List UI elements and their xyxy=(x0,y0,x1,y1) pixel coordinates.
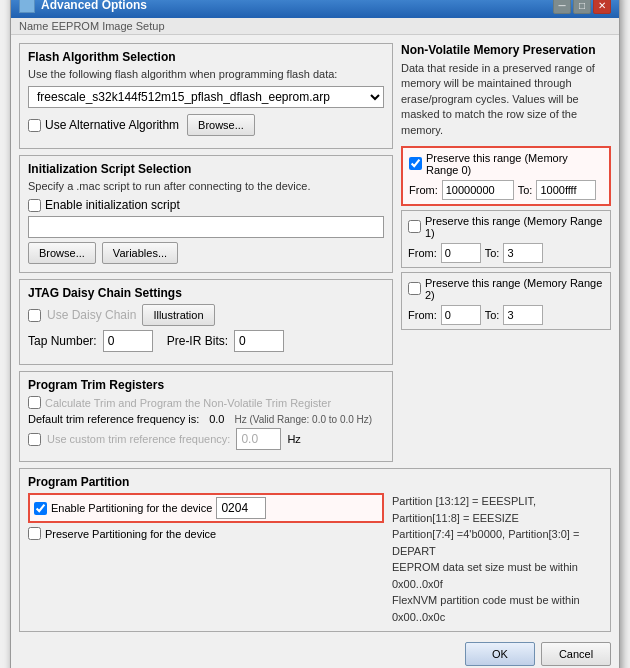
flash-algo-title: Flash Algorithm Selection xyxy=(28,50,384,64)
range2-to-label: To: xyxy=(485,309,500,321)
enable-partition-checkbox[interactable] xyxy=(34,502,47,515)
preserve-partition-label: Preserve Partitioning for the device xyxy=(45,528,216,540)
partition-info-line-1: Partition[7:4] =4'b0000, Partition[3:0] … xyxy=(392,526,602,559)
cancel-button[interactable]: Cancel xyxy=(541,642,611,666)
pre-ir-input[interactable] xyxy=(234,330,284,352)
use-alt-algo-checkbox[interactable] xyxy=(28,119,41,132)
partition-right: Partition [13:12] = EEESPLIT, Partition[… xyxy=(392,493,602,625)
jtag-daisy-row: Use Daisy Chain Illustration xyxy=(28,304,384,326)
range0-checkbox[interactable] xyxy=(409,157,422,170)
default-freq-label: Default trim reference frequency is: xyxy=(28,413,199,425)
hz-label2: Hz xyxy=(287,433,300,445)
enable-partition-row: Enable Partitioning for the device xyxy=(28,493,384,523)
program-partition-section: Program Partition Enable Partitioning fo… xyxy=(19,468,611,632)
range1-checkbox-row: Preserve this range (Memory Range 1) xyxy=(408,215,604,239)
bottom-buttons: OK Cancel xyxy=(19,638,611,668)
nvm-title: Non-Volatile Memory Preservation xyxy=(401,43,611,57)
partition-info-line-2: EEPROM data set size must be within 0x00… xyxy=(392,559,602,592)
default-freq-value: 0.0 xyxy=(209,413,224,425)
init-script-title: Initialization Script Selection xyxy=(28,162,384,176)
use-alt-algo-label: Use Alternative Algorithm xyxy=(45,118,179,132)
advanced-options-window: Advanced Options ─ □ ✕ Name EEPROM Image… xyxy=(10,0,620,668)
program-trim-section: Program Trim Registers Calculate Trim an… xyxy=(19,371,393,462)
range1-to-label: To: xyxy=(485,247,500,259)
range0-from-label: From: xyxy=(409,184,438,196)
range1-from-input[interactable] xyxy=(441,243,481,263)
range2-from-input[interactable] xyxy=(441,305,481,325)
title-bar: Advanced Options ─ □ ✕ xyxy=(11,0,619,18)
breadcrumb-text: Name EEPROM Image Setup xyxy=(19,20,165,32)
memory-range-2-box: Preserve this range (Memory Range 2) Fro… xyxy=(401,272,611,330)
jtag-title: JTAG Daisy Chain Settings xyxy=(28,286,384,300)
calc-trim-label: Calculate Trim and Program the Non-Volat… xyxy=(45,397,331,409)
title-bar-controls: ─ □ ✕ xyxy=(553,0,611,14)
range0-to-label: To: xyxy=(518,184,533,196)
use-daisy-chain-checkbox[interactable] xyxy=(28,309,41,322)
partition-content: Enable Partitioning for the device Prese… xyxy=(28,493,602,625)
illustration-button[interactable]: Illustration xyxy=(142,304,214,326)
range0-from-to: From: To: xyxy=(409,180,603,200)
window-body: Flash Algorithm Selection Use the follow… xyxy=(11,35,619,668)
left-panel: Flash Algorithm Selection Use the follow… xyxy=(19,43,393,462)
use-custom-freq-checkbox[interactable] xyxy=(28,433,41,446)
pre-ir-label: Pre-IR Bits: xyxy=(167,334,228,348)
range0-to-input[interactable] xyxy=(536,180,596,200)
init-script-path-input[interactable] xyxy=(28,216,384,238)
flash-algorithm-section: Flash Algorithm Selection Use the follow… xyxy=(19,43,393,149)
partition-left: Enable Partitioning for the device Prese… xyxy=(28,493,384,625)
maximize-button[interactable]: □ xyxy=(573,0,591,14)
window-title: Advanced Options xyxy=(41,0,147,12)
browse-vars-row: Browse... Variables... xyxy=(28,242,384,264)
range0-label: Preserve this range (Memory Range 0) xyxy=(426,152,603,176)
range1-checkbox[interactable] xyxy=(408,220,421,233)
calc-trim-checkbox[interactable] xyxy=(28,396,41,409)
tap-number-label: Tap Number: xyxy=(28,334,97,348)
range2-to-input[interactable] xyxy=(503,305,543,325)
range1-label: Preserve this range (Memory Range 1) xyxy=(425,215,604,239)
default-freq-row: Default trim reference frequency is: 0.0… xyxy=(28,413,384,425)
range0-from-input[interactable] xyxy=(442,180,514,200)
range2-checkbox[interactable] xyxy=(408,282,421,295)
init-script-desc: Specify a .mac script to run after conne… xyxy=(28,180,384,192)
ok-button[interactable]: OK xyxy=(465,642,535,666)
enable-init-checkbox[interactable] xyxy=(28,199,41,212)
init-script-section: Initialization Script Selection Specify … xyxy=(19,155,393,273)
minimize-button[interactable]: ─ xyxy=(553,0,571,14)
flash-algo-select[interactable]: freescale_s32k144f512m15_pflash_dflash_e… xyxy=(28,86,384,108)
range2-from-label: From: xyxy=(408,309,437,321)
tap-number-input[interactable] xyxy=(103,330,153,352)
main-content: Flash Algorithm Selection Use the follow… xyxy=(19,43,611,462)
nvm-section: Non-Volatile Memory Preservation Data th… xyxy=(401,43,611,334)
variables-button[interactable]: Variables... xyxy=(102,242,178,264)
range1-to-input[interactable] xyxy=(503,243,543,263)
flash-algo-desc: Use the following flash algorithm when p… xyxy=(28,68,384,80)
custom-freq-row: Use custom trim reference frequency: Hz xyxy=(28,428,384,450)
range1-from-label: From: xyxy=(408,247,437,259)
title-bar-left: Advanced Options xyxy=(19,0,147,13)
breadcrumb: Name EEPROM Image Setup xyxy=(11,18,619,35)
jtag-tap-row: Tap Number: Pre-IR Bits: xyxy=(28,330,384,352)
range2-label: Preserve this range (Memory Range 2) xyxy=(425,277,604,301)
trim-title: Program Trim Registers xyxy=(28,378,384,392)
range0-checkbox-row: Preserve this range (Memory Range 0) xyxy=(409,152,603,176)
preserve-partition-row: Preserve Partitioning for the device xyxy=(28,527,384,540)
preserve-partition-checkbox[interactable] xyxy=(28,527,41,540)
enable-init-label: Enable initialization script xyxy=(45,198,180,212)
jtag-section: JTAG Daisy Chain Settings Use Daisy Chai… xyxy=(19,279,393,365)
partition-value-input[interactable] xyxy=(216,497,266,519)
partition-info-line-3: FlexNVM partition code must be within 0x… xyxy=(392,592,602,625)
partition-title: Program Partition xyxy=(28,475,602,489)
right-panel: Non-Volatile Memory Preservation Data th… xyxy=(401,43,611,462)
close-button[interactable]: ✕ xyxy=(593,0,611,14)
memory-range-1-box: Preserve this range (Memory Range 1) Fro… xyxy=(401,210,611,268)
custom-freq-input[interactable] xyxy=(236,428,281,450)
range2-checkbox-row: Preserve this range (Memory Range 2) xyxy=(408,277,604,301)
range1-from-to: From: To: xyxy=(408,243,604,263)
window-icon xyxy=(19,0,35,13)
partition-info-line-0: Partition [13:12] = EEESPLIT, Partition[… xyxy=(392,493,602,526)
nvm-desc: Data that reside in a preserved range of… xyxy=(401,61,611,138)
browse-algo-button[interactable]: Browse... xyxy=(187,114,255,136)
browse-script-button[interactable]: Browse... xyxy=(28,242,96,264)
range2-from-to: From: To: xyxy=(408,305,604,325)
enable-partition-label: Enable Partitioning for the device xyxy=(51,502,212,514)
